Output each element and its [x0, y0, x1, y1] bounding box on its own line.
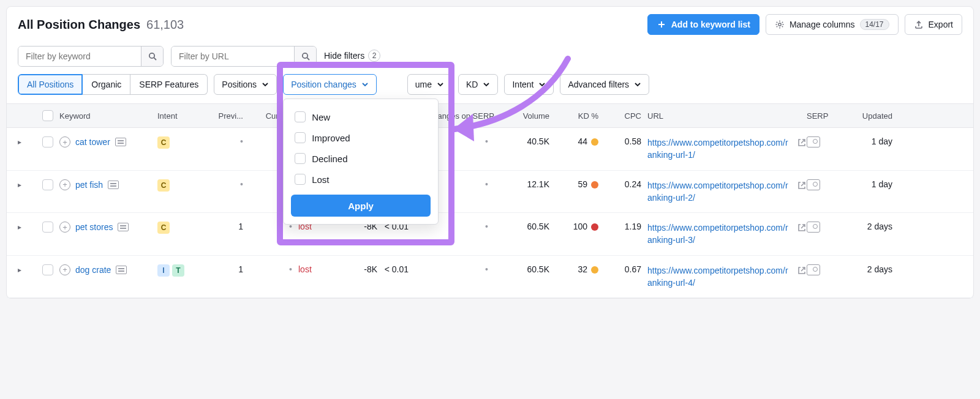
updated: 1 day	[843, 179, 899, 189]
view-serp-icon[interactable]	[807, 136, 820, 147]
filter-keyword-input[interactable]	[18, 47, 141, 66]
col-previous[interactable]: Previ...	[200, 111, 249, 121]
hide-filters-label: Hide filters	[324, 51, 364, 61]
ranking-url-link[interactable]: https://www.competitorpetshop.com/rankin…	[647, 179, 792, 204]
keyword-link[interactable]: pet fish	[75, 180, 103, 190]
intent-filter-chip[interactable]: Intent	[504, 74, 554, 95]
row-checkbox[interactable]	[42, 179, 53, 190]
table-row: ▸+pet fishC•1new•12.1K590.24https://www.…	[7, 171, 973, 214]
main-panel: All Position Changes 61,103 Add to keywo…	[6, 6, 974, 299]
add-keyword-icon[interactable]: +	[59, 222, 70, 233]
view-serp-icon[interactable]	[807, 222, 820, 233]
view-serp-icon[interactable]	[807, 264, 820, 275]
expand-row-icon[interactable]: ▸	[18, 266, 21, 274]
volume: 12.1K	[500, 179, 556, 189]
serp-features-icon[interactable]	[108, 181, 119, 189]
row-checkbox[interactable]	[42, 264, 53, 275]
advanced-filters-chip[interactable]: Advanced filters	[560, 74, 649, 95]
dropdown-option-lost[interactable]: Lost	[291, 169, 431, 190]
col-cpc[interactable]: CPC	[605, 111, 647, 121]
option-label-lost: Lost	[312, 174, 329, 185]
dropdown-apply-button[interactable]: Apply	[291, 195, 431, 217]
checkbox-lost[interactable]	[295, 174, 306, 185]
external-link-icon[interactable]	[797, 138, 807, 147]
serp-features-icon[interactable]	[116, 266, 127, 274]
keyword-link[interactable]: pet stores	[75, 222, 113, 232]
ranking-url-link[interactable]: https://www.competitorpetshop.com/rankin…	[647, 136, 792, 162]
keyword-link[interactable]: cat tower	[75, 137, 110, 147]
view-serp-icon[interactable]	[807, 179, 820, 190]
add-to-keyword-list-button[interactable]: Add to keyword list	[647, 14, 760, 35]
kd-percent: 100	[556, 222, 605, 231]
filters-row-2: All Positions Organic SERP Features Posi…	[7, 69, 973, 103]
add-keyword-icon[interactable]: +	[59, 179, 70, 190]
manage-columns-button[interactable]: Manage columns 14/17	[766, 14, 899, 35]
dropdown-option-improved[interactable]: Improved	[291, 127, 431, 148]
filter-url-input[interactable]	[172, 47, 294, 66]
export-button[interactable]: Export	[905, 14, 962, 35]
external-link-icon[interactable]	[797, 266, 807, 275]
add-keyword-icon[interactable]: +	[59, 264, 70, 275]
result-count: 61,103	[146, 18, 184, 32]
segment-organic[interactable]: Organic	[83, 74, 130, 95]
col-url[interactable]: URL	[647, 111, 807, 121]
traffic-change: -8K < 0.01	[341, 264, 415, 274]
filter-url-search-button[interactable]	[294, 47, 316, 66]
updated: 2 days	[843, 264, 899, 274]
col-serp[interactable]: SERP	[807, 111, 843, 121]
intent-badge: T	[172, 264, 184, 277]
serp-features-icon[interactable]	[115, 138, 126, 146]
external-link-icon[interactable]	[797, 223, 807, 233]
option-label-new: New	[312, 112, 330, 122]
filter-keyword-search-button[interactable]	[141, 47, 163, 66]
page-title: All Position Changes	[18, 18, 140, 32]
chevron-down-icon	[361, 81, 369, 88]
manage-columns-label: Manage columns	[790, 20, 855, 29]
positions-filter-chip[interactable]: Positions	[214, 74, 277, 95]
position-changes-filter-chip[interactable]: Position changes	[283, 74, 377, 95]
kd-filter-chip[interactable]: KD	[458, 74, 498, 95]
checkbox-new[interactable]	[295, 111, 306, 122]
cpc: 1.19	[605, 222, 647, 231]
checkbox-improved[interactable]	[295, 132, 306, 143]
intent-badge: C	[157, 222, 170, 234]
kd-percent: 44	[556, 136, 605, 146]
svg-point-2	[302, 53, 307, 58]
hide-filters-count: 2	[368, 50, 380, 62]
row-checkbox[interactable]	[42, 136, 53, 147]
intent-badge: C	[157, 179, 170, 192]
segment-serp-features[interactable]: SERP Features	[130, 74, 208, 95]
segment-all-positions[interactable]: All Positions	[18, 74, 83, 95]
row-checkbox[interactable]	[42, 222, 53, 233]
col-kd[interactable]: KD %	[556, 111, 605, 121]
expand-row-icon[interactable]: ▸	[18, 181, 21, 189]
col-keyword[interactable]: Keyword	[59, 111, 157, 121]
external-link-icon[interactable]	[797, 181, 807, 190]
intent-badge: C	[157, 136, 170, 149]
position-type-segment: All Positions Organic SERP Features	[18, 74, 208, 95]
keyword-link[interactable]: dog crate	[75, 265, 111, 275]
ranking-url-link[interactable]: https://www.competitorpetshop.com/rankin…	[647, 264, 792, 289]
checkbox-declined[interactable]	[295, 153, 306, 164]
dropdown-option-new[interactable]: New	[291, 106, 431, 127]
add-keyword-icon[interactable]: +	[59, 136, 70, 147]
ranking-url-link[interactable]: https://www.competitorpetshop.com/rankin…	[647, 222, 792, 247]
position-changes-wrapper: Position changes New Improved	[283, 74, 377, 95]
serp-features-icon[interactable]	[118, 223, 129, 231]
expand-row-icon[interactable]: ▸	[18, 138, 21, 146]
option-label-declined: Declined	[312, 154, 347, 164]
col-updated[interactable]: Updated	[843, 111, 899, 121]
volume-filter-chip[interactable]: ume	[407, 74, 452, 95]
col-intent[interactable]: Intent	[157, 111, 200, 121]
chevron-down-icon	[483, 81, 490, 88]
kd-difficulty-dot-icon	[591, 138, 598, 146]
serp-changes: •	[415, 264, 500, 274]
chevron-down-icon	[437, 81, 444, 88]
select-all-checkbox[interactable]	[42, 110, 53, 121]
chevron-down-icon	[634, 81, 641, 88]
expand-row-icon[interactable]: ▸	[18, 223, 21, 231]
plus-icon	[657, 20, 666, 29]
dropdown-option-declined[interactable]: Declined	[291, 148, 431, 169]
col-volume[interactable]: Volume	[500, 111, 556, 121]
hide-filters-toggle[interactable]: Hide filters 2	[324, 50, 380, 64]
